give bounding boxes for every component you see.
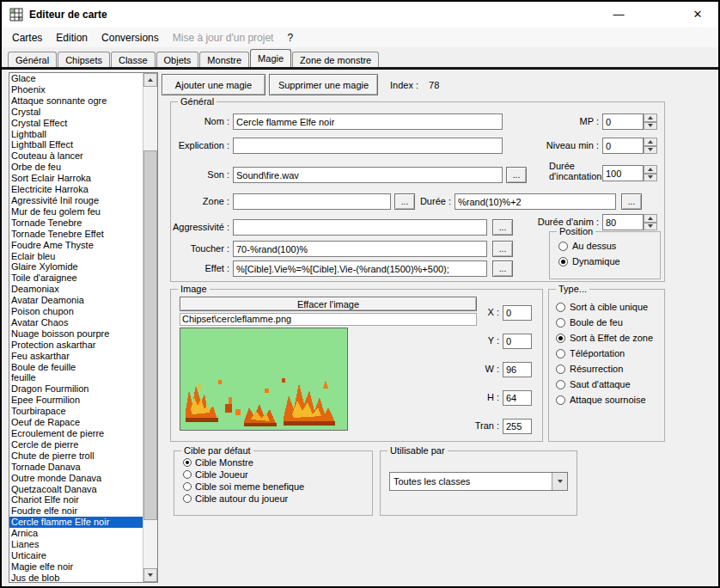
list-item[interactable]: Dragon Fourmilion	[9, 383, 143, 395]
list-item[interactable]: Lightball	[9, 129, 143, 140]
list-item[interactable]: Avatar Chaos	[9, 317, 143, 328]
tab-monstre[interactable]: Monstre	[199, 52, 249, 67]
zone-browse-button[interactable]: ...	[394, 193, 415, 210]
list-item[interactable]: Glace	[9, 73, 143, 84]
tab-classe[interactable]: Classe	[111, 52, 156, 67]
tab-g-n-ral[interactable]: Général	[8, 52, 57, 67]
image-y-input[interactable]	[503, 334, 532, 349]
radio-sort-effet-de-zone[interactable]: Sort à Effet de zone	[556, 333, 664, 343]
list-item[interactable]: Toile d'araignee	[9, 273, 143, 284]
radio-t-l-portation[interactable]: Téléportation	[556, 348, 664, 358]
list-item[interactable]: Chariot Elfe noir	[9, 494, 143, 505]
list-item[interactable]: Jus de blob	[9, 573, 143, 582]
clear-image-button[interactable]: Effacer l'image	[180, 297, 477, 311]
mp-down-button[interactable]	[644, 122, 657, 131]
menu-item-conversions[interactable]: Conversions	[95, 29, 166, 46]
image-w-input[interactable]	[503, 362, 532, 377]
aggressivite-input[interactable]	[233, 219, 487, 236]
delete-spell-button[interactable]: Supprimer une magie	[269, 74, 378, 95]
radio-au-dessus[interactable]: Au dessus	[558, 241, 660, 251]
duree-incantation-up-button[interactable]	[644, 165, 657, 174]
list-item[interactable]: Attaque sonnante ogre	[9, 95, 143, 107]
radio-cible-soi-meme-benefique[interactable]: Cible soi meme benefique	[183, 481, 372, 492]
list-item[interactable]: Magie elfe noir	[9, 561, 143, 573]
niveau-min-input[interactable]	[602, 138, 644, 154]
list-item[interactable]: Lightball Effect	[9, 139, 143, 150]
radio-cible-monstre[interactable]: Cible Monstre	[183, 457, 372, 468]
list-item[interactable]: Phoenix	[9, 84, 143, 95]
list-item[interactable]: Outre monde Danava	[9, 473, 143, 484]
menu-item-[interactable]: ?	[280, 29, 300, 46]
toucher-input[interactable]	[233, 241, 487, 257]
list-item[interactable]: Mur de feu golem feu	[9, 206, 143, 217]
nom-input[interactable]	[233, 113, 503, 130]
list-item[interactable]: Tornade Tenebre	[9, 217, 143, 229]
list-item[interactable]: Cercle flamme Elfe noir	[9, 517, 143, 528]
list-item[interactable]: Foudre elfe noir	[9, 505, 143, 517]
effet-input[interactable]	[233, 260, 487, 277]
add-spell-button[interactable]: Ajouter une magie	[162, 74, 265, 95]
list-item[interactable]: Lianes	[9, 539, 143, 550]
close-button[interactable]: ✕	[679, 2, 717, 28]
classes-dropdown[interactable]: Toutes les classes	[389, 472, 568, 491]
image-tran-input[interactable]	[503, 419, 532, 434]
tab-objets[interactable]: Objets	[156, 52, 199, 67]
list-item[interactable]: Protection askarthar	[9, 340, 143, 351]
effet-browse-button[interactable]: ...	[492, 260, 513, 277]
list-item[interactable]: Crystal	[9, 107, 143, 118]
list-item[interactable]: Urticaire	[9, 550, 143, 561]
list-item[interactable]: Tornade Tenebre Effet	[9, 229, 143, 240]
radio-boule-de-feu[interactable]: Boule de feu	[556, 317, 664, 328]
toucher-browse-button[interactable]: ...	[492, 241, 513, 257]
list-item[interactable]: Boule de feuille	[9, 362, 143, 373]
list-item[interactable]: Eclair bleu	[9, 251, 143, 262]
niveau-min-up-button[interactable]	[644, 138, 657, 146]
explication-input[interactable]	[233, 138, 503, 154]
duree-incantation-down-button[interactable]	[644, 174, 657, 182]
scroll-down-button[interactable]	[143, 568, 157, 582]
tab-magie[interactable]: Magie	[250, 49, 291, 67]
mp-up-button[interactable]	[644, 113, 657, 122]
list-item[interactable]: Nuage boisson pourpre	[9, 328, 143, 340]
radio-saut-d-attaque[interactable]: Saut d'attaque	[556, 379, 664, 389]
zone-input[interactable]	[233, 193, 391, 210]
menu-item-edition[interactable]: Edition	[49, 29, 95, 46]
list-item[interactable]: Oeuf de Rapace	[9, 417, 143, 428]
duree-anim-input[interactable]	[602, 214, 644, 230]
scroll-thumb[interactable]	[143, 150, 157, 520]
radio-attaque-sournoise[interactable]: Attaque sournoise	[556, 395, 664, 405]
dropdown-arrow-icon[interactable]	[552, 473, 567, 490]
duree-browse-button[interactable]: ...	[621, 193, 642, 210]
image-x-input[interactable]	[503, 305, 532, 321]
list-item[interactable]: Feu askarthar	[9, 351, 143, 362]
list-item[interactable]: Tornade Danava	[9, 462, 143, 473]
radio-sort-cible-unique[interactable]: Sort à cible unique	[556, 302, 664, 312]
list-item[interactable]: Ecroulement de pierre	[9, 428, 143, 439]
list-item[interactable]: Poison chupon	[9, 306, 143, 317]
list-item[interactable]: Glaire Xylomide	[9, 261, 143, 273]
list-item[interactable]: Epee Fourmilion	[9, 395, 143, 406]
list-item[interactable]: Foudre Ame Thyste	[9, 240, 143, 251]
list-item[interactable]: Avatar Deamonia	[9, 295, 143, 306]
list-item[interactable]: Arnica	[9, 528, 143, 539]
duree-input[interactable]	[455, 193, 616, 210]
list-item[interactable]: feuille	[9, 372, 143, 383]
list-item[interactable]: Electricite Harroka	[9, 184, 143, 195]
duree-anim-up-button[interactable]	[644, 214, 657, 223]
tab-zone-de-monstre[interactable]: Zone de monstre	[292, 52, 379, 67]
list-item[interactable]: Couteau à lancer	[9, 150, 143, 162]
tab-chipsets[interactable]: Chipsets	[58, 52, 110, 67]
aggressivite-browse-button[interactable]: ...	[492, 219, 513, 236]
image-h-input[interactable]	[503, 390, 532, 406]
list-scrollbar[interactable]	[143, 73, 157, 582]
duree-incantation-input[interactable]	[602, 165, 644, 181]
list-item[interactable]: Orbe de feu	[9, 162, 143, 173]
list-item[interactable]: Crystal Effect	[9, 118, 143, 129]
radio-dynamique[interactable]: Dynamique	[558, 256, 660, 266]
son-input[interactable]	[233, 167, 503, 183]
radio-cible-joueur[interactable]: Cible Joueur	[183, 469, 372, 480]
son-browse-button[interactable]: ...	[506, 167, 527, 183]
minimize-button[interactable]: —	[600, 2, 638, 28]
scroll-up-button[interactable]	[143, 73, 157, 87]
duree-anim-down-button[interactable]	[644, 223, 657, 231]
